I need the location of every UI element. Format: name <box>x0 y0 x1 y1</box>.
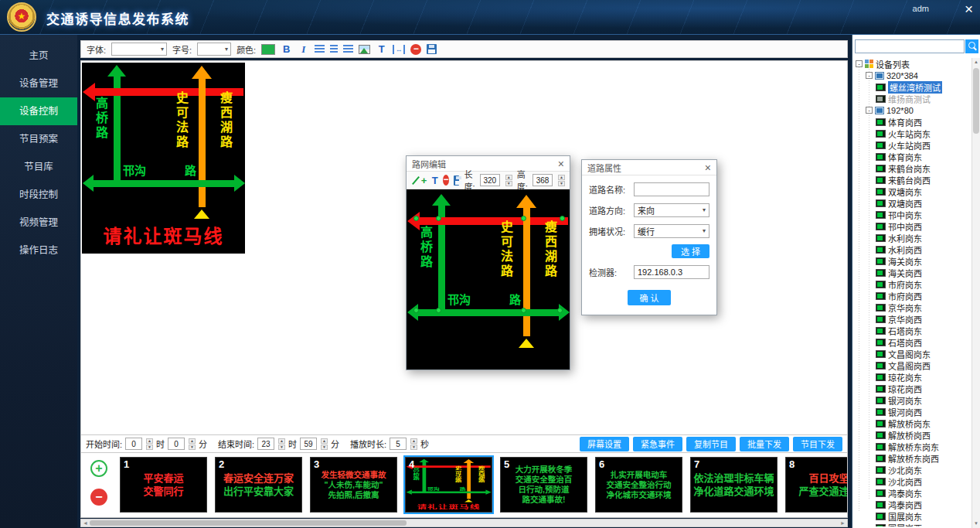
spin-down-icon[interactable]: ▼ <box>189 445 196 450</box>
tree-device[interactable]: 来鹤台岗西 <box>854 174 972 186</box>
spin-up-icon[interactable]: ▲ <box>558 175 565 180</box>
tree-device[interactable]: 体育岗东 <box>854 151 972 162</box>
edit-handle[interactable] <box>436 308 441 313</box>
playlist-item-3[interactable]: 3发生轻微交通事故"人未伤,车能动"先拍照,后撤离 <box>310 457 397 513</box>
edit-handle[interactable] <box>521 216 526 221</box>
delete-icon[interactable]: − <box>410 44 421 55</box>
height-stepper[interactable]: ▲▼ <box>558 175 565 186</box>
scroll-right-icon[interactable]: ► <box>839 519 847 526</box>
spin-up-icon[interactable]: ▲ <box>410 438 417 444</box>
tree-device[interactable]: 鸿泰岗西 <box>854 499 972 510</box>
tree-root[interactable]: -设备列表 <box>854 58 972 70</box>
tree-device[interactable]: 国展岗西 <box>854 522 972 526</box>
tree-device[interactable]: 文昌阁岗东 <box>854 348 972 359</box>
send-program-button[interactable]: 节目下发 <box>793 437 842 451</box>
spin-down-icon[interactable]: ▼ <box>558 181 565 186</box>
sidebar-item-video-management[interactable]: 视频管理 <box>0 209 77 237</box>
scrollbar-thumb[interactable] <box>973 68 979 134</box>
sidebar-item-home[interactable]: 主页 <box>0 42 77 70</box>
close-icon[interactable]: × <box>558 158 564 169</box>
emergency-event-button[interactable]: 紧急事件 <box>633 437 682 451</box>
tree-device[interactable]: 市府岗西 <box>854 290 972 301</box>
text-tool-button[interactable]: T <box>376 43 387 55</box>
playlist-item-1[interactable]: 1平安春运交警同行 <box>120 457 207 513</box>
tree-device[interactable]: 双塘岗东 <box>854 186 972 197</box>
edit-handle[interactable] <box>560 216 565 221</box>
start-minute-stepper[interactable]: ▲▼ <box>189 438 196 450</box>
playlist-item-4[interactable]: 4 高桥路 史可法路 瘦西湖路 邗沟 路 请礼让斑马线 <box>405 457 492 513</box>
road-direction-select[interactable]: 来向 ▾ <box>634 203 709 217</box>
search-button[interactable] <box>965 39 978 53</box>
tree-device[interactable]: 沙北岗西 <box>854 475 972 487</box>
dialog-titlebar[interactable]: 道路属性 × <box>582 160 716 175</box>
start-hour-stepper[interactable]: ▲▼ <box>146 438 153 450</box>
playlist-item-8[interactable]: 8百日攻坚严查交通违法 <box>785 457 848 513</box>
font-select[interactable]: ▾ <box>111 43 167 56</box>
spin-down-icon[interactable]: ▼ <box>278 445 285 450</box>
color-swatch[interactable] <box>261 44 275 55</box>
tree-device[interactable]: 沙北岗东 <box>854 464 972 475</box>
tree-expander-icon[interactable]: - <box>866 107 873 114</box>
tree-device[interactable]: 解放桥东岗东 <box>854 441 972 452</box>
edit-canvas[interactable]: 高桥路 史可法路 瘦西湖路 邗沟 路 请礼让斑马线 路网编辑 × + T <box>80 60 848 435</box>
end-hour-stepper[interactable]: ▲▼ <box>278 438 285 450</box>
scrollbar-thumb[interactable] <box>90 520 407 526</box>
playlist-item-2[interactable]: 2春运安全连万家出行平安靠大家 <box>215 457 302 513</box>
text-tool-button[interactable]: T <box>431 175 438 186</box>
tree-group-320x384[interactable]: -320*384 <box>854 70 972 81</box>
edit-handle[interactable] <box>557 308 563 313</box>
copy-program-button[interactable]: 复制节目 <box>686 437 736 451</box>
detector-input[interactable] <box>638 267 706 277</box>
tree-device[interactable]: 火车站岗西 <box>854 139 972 151</box>
tree-device[interactable]: 银河岗东 <box>854 394 972 406</box>
end-minute-input[interactable] <box>300 438 317 450</box>
height-input[interactable] <box>533 174 553 186</box>
edit-handle[interactable] <box>413 216 419 221</box>
tree-expander-icon[interactable]: - <box>856 60 863 67</box>
batch-send-button[interactable]: 批量下发 <box>740 437 789 451</box>
sidebar-item-device-control[interactable]: 设备控制 <box>0 97 77 125</box>
start-minute-input[interactable] <box>168 438 185 450</box>
tree-device[interactable]: 石塔岗东 <box>854 325 972 336</box>
spin-up-icon[interactable]: ▲ <box>278 438 285 444</box>
tree-group-192x80[interactable]: -192*80 <box>854 104 972 116</box>
roadnet-canvas[interactable]: 高桥路 史可法路 瘦西湖路 邗沟 路 请礼让斑马线 <box>407 189 570 370</box>
align-left-icon[interactable] <box>315 45 325 53</box>
select-detector-button[interactable]: 选 择 <box>672 244 709 258</box>
sidebar-item-device-management[interactable]: 设备管理 <box>0 70 77 97</box>
tree-device[interactable]: 海关岗东 <box>854 255 972 267</box>
tree-device[interactable]: 来鹤台岗东 <box>854 162 972 174</box>
tree-device[interactable]: 京华岗东 <box>854 301 972 313</box>
search-input[interactable] <box>855 39 965 53</box>
scroll-down-icon[interactable]: ▼ <box>972 519 980 528</box>
end-hour-input[interactable] <box>257 438 274 450</box>
sidebar-item-program-library[interactable]: 节目库 <box>0 153 77 181</box>
playlist-item-7[interactable]: 7依法治理非标车辆净化道路交通环境 <box>690 457 778 513</box>
spin-up-icon[interactable]: ▲ <box>321 438 328 444</box>
current-user[interactable]: adm <box>913 4 929 13</box>
scroll-up-icon[interactable]: ▲ <box>972 58 980 66</box>
align-right-icon[interactable] <box>343 45 353 53</box>
start-hour-input[interactable] <box>125 438 142 450</box>
play-duration-input[interactable] <box>390 438 407 450</box>
tree-device[interactable]: 海关岗西 <box>854 267 972 278</box>
close-icon[interactable]: × <box>965 1 973 18</box>
tree-device[interactable]: 解放桥岗东 <box>854 417 972 429</box>
sidebar-item-program-plan[interactable]: 节目预案 <box>0 125 77 153</box>
remove-program-button[interactable]: − <box>90 489 107 506</box>
font-size-select[interactable]: ▾ <box>197 43 231 56</box>
tree-expander-icon[interactable]: - <box>866 72 873 79</box>
save-icon[interactable] <box>427 44 437 54</box>
congestion-select[interactable]: 缓行 ▾ <box>634 224 709 238</box>
move-cross-icon[interactable]: + <box>421 175 427 186</box>
bold-button[interactable]: B <box>281 43 292 55</box>
edit-handle[interactable] <box>436 216 441 221</box>
fit-width-icon[interactable]: ↔ <box>393 45 405 54</box>
add-program-button[interactable]: + <box>90 460 107 477</box>
scroll-left-icon[interactable]: ◄ <box>81 519 90 526</box>
delete-icon[interactable]: − <box>443 175 449 186</box>
end-minute-stepper[interactable]: ▲▼ <box>321 438 328 450</box>
length-input[interactable] <box>480 174 500 186</box>
dialog-titlebar[interactable]: 路网编辑 × <box>407 156 570 172</box>
playlist-item-6[interactable]: 6扎实开展电动车交通安全整治行动净化城市交通环境 <box>595 457 682 513</box>
